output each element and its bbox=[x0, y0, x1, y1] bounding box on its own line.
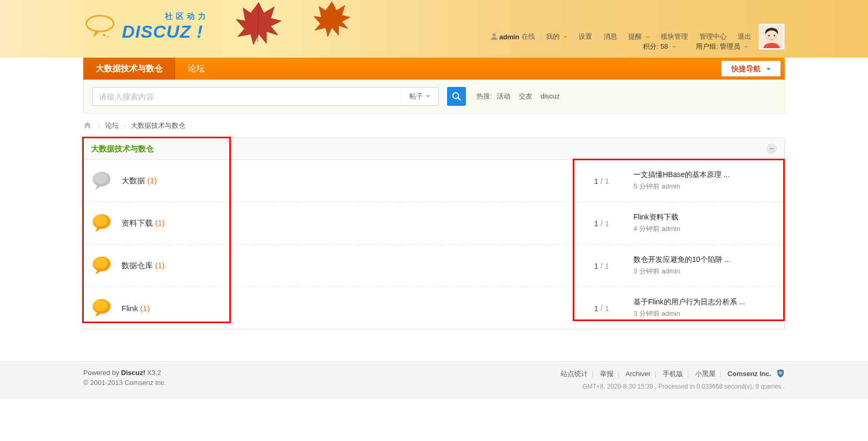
leaf-icon bbox=[308, 0, 355, 42]
svg-point-17 bbox=[93, 215, 108, 226]
site-logo[interactable]: 社区动力 DISCUZ ! bbox=[83, 12, 209, 42]
footer-stats-link[interactable]: 站点统计 bbox=[561, 370, 588, 378]
forum-last-post[interactable]: Flink资料下载 4 分钟前 admin bbox=[625, 213, 777, 234]
footer-mobile-link[interactable]: 手机版 bbox=[663, 370, 683, 378]
nav-tab-bigdata[interactable]: 大数据技术与数仓 bbox=[83, 58, 175, 80]
forum-icon bbox=[91, 213, 112, 234]
svg-point-3 bbox=[107, 36, 109, 37]
forum-row: 大数据 (1) 1 / 1 一文搞懂HBase的基本原理 ... 5 分钟前 a… bbox=[84, 160, 784, 202]
powered-by: Powered by Discuz! X3.2 bbox=[83, 369, 166, 377]
forum-stats: 1 / 1 bbox=[578, 304, 625, 313]
hot-search-link[interactable]: 交友 bbox=[519, 92, 532, 100]
nav-tab-forum[interactable]: 论坛 bbox=[175, 58, 217, 80]
svg-line-0 bbox=[258, 3, 259, 42]
forum-row: 数据仓库 (1) 1 / 1 数仓开发应避免的10个陷阱 ... 3 分钟前 a… bbox=[84, 245, 784, 287]
forum-icon bbox=[91, 255, 112, 276]
svg-point-4 bbox=[493, 33, 496, 36]
search-bar: 帖子 热搜: 活动 交友 discuz bbox=[83, 80, 785, 114]
user-icon bbox=[491, 32, 498, 41]
svg-point-8 bbox=[774, 35, 775, 37]
settings-link[interactable]: 设置 bbox=[578, 32, 592, 41]
svg-line-12 bbox=[458, 98, 460, 100]
alerts-link[interactable]: 提醒 bbox=[628, 32, 650, 41]
svg-point-1 bbox=[86, 16, 114, 31]
svg-point-2 bbox=[103, 34, 106, 36]
search-input[interactable] bbox=[92, 87, 401, 106]
user-link[interactable]: admin bbox=[499, 33, 519, 41]
minus-icon bbox=[769, 146, 774, 151]
forum-stats: 1 / 1 bbox=[578, 219, 625, 228]
footer-blackroom-link[interactable]: 小黑屋 bbox=[695, 370, 716, 378]
bubble-icon bbox=[83, 14, 117, 38]
category-title[interactable]: 大数据技术与数仓 bbox=[91, 144, 154, 154]
hot-search: 热搜: 活动 交友 discuz bbox=[476, 92, 563, 101]
mine-link[interactable]: 我的 bbox=[546, 32, 567, 41]
logout-link[interactable]: 退出 bbox=[738, 32, 751, 41]
search-button[interactable] bbox=[447, 87, 466, 106]
hot-search-link[interactable]: discuz bbox=[541, 92, 560, 100]
breadcrumb-link[interactable]: 论坛 bbox=[105, 122, 119, 129]
forum-last-post[interactable]: 一文搞懂HBase的基本原理 ... 5 分钟前 admin bbox=[625, 170, 777, 191]
hot-search-label: 热搜: bbox=[476, 92, 492, 100]
svg-point-9 bbox=[766, 37, 769, 38]
shield-icon[interactable] bbox=[776, 369, 785, 380]
forum-name[interactable]: 数据仓库 (1) bbox=[121, 261, 578, 271]
main-nav: 大数据技术与数仓 论坛 快捷导航 bbox=[83, 58, 785, 80]
footer-meta: GMT+8, 2020-8-30 15:39 , Processed in 0.… bbox=[560, 383, 785, 390]
svg-rect-13 bbox=[770, 148, 774, 149]
breadcrumb: › 论坛 › 大数据技术与数仓 bbox=[83, 114, 785, 138]
copyright: © 2001-2013 Comsenz Inc. bbox=[83, 379, 166, 387]
svg-point-15 bbox=[93, 172, 108, 184]
online-status: 在线 bbox=[521, 32, 535, 41]
svg-point-21 bbox=[93, 300, 108, 311]
forum-stats: 1 / 1 bbox=[578, 177, 625, 185]
forum-row: Flink (1) 1 / 1 基于Flink的用户行为日志分析系 ... 3 … bbox=[84, 287, 784, 329]
category-box: 大数据技术与数仓 大数据 (1) bbox=[83, 138, 785, 329]
collapse-button[interactable] bbox=[766, 144, 777, 154]
search-icon bbox=[452, 92, 461, 101]
breadcrumb-link[interactable]: 大数据技术与数仓 bbox=[131, 122, 185, 129]
forum-name[interactable]: Flink (1) bbox=[121, 304, 578, 313]
footer: Powered by Discuz! X3.2 © 2001-2013 Coms… bbox=[83, 369, 785, 390]
forum-row: 资料下载 (1) 1 / 1 Flink资料下载 4 分钟前 admin bbox=[84, 202, 784, 245]
quick-nav-button[interactable]: 快捷导航 bbox=[721, 61, 781, 76]
avatar[interactable] bbox=[759, 24, 785, 50]
forum-last-post[interactable]: 数仓开发应避免的10个陷阱 ... 3 分钟前 admin bbox=[625, 255, 777, 276]
module-mgmt-link[interactable]: 模块管理 bbox=[661, 32, 688, 41]
forum-name[interactable]: 大数据 (1) bbox=[121, 176, 578, 186]
points-link[interactable]: 积分: 58 bbox=[643, 42, 675, 50]
forum-name[interactable]: 资料下载 (1) bbox=[121, 218, 578, 228]
forum-icon bbox=[91, 170, 112, 191]
svg-point-19 bbox=[93, 257, 108, 269]
forum-stats: 1 / 1 bbox=[578, 261, 625, 270]
footer-comsenz-link[interactable]: Comsenz Inc. bbox=[728, 370, 772, 378]
user-sub-info: 积分: 58 | 用户组: 管理员 bbox=[643, 42, 748, 51]
logo-tagline: 社区动力 bbox=[165, 12, 209, 21]
forum-icon bbox=[91, 297, 112, 318]
avatar-icon bbox=[760, 25, 783, 48]
home-icon[interactable] bbox=[83, 122, 92, 130]
usergroup-link[interactable]: 用户组: 管理员 bbox=[696, 42, 748, 50]
footer-archiver-link[interactable]: Archiver bbox=[626, 370, 651, 378]
search-type-select[interactable]: 帖子 bbox=[401, 87, 439, 106]
svg-point-22 bbox=[779, 371, 782, 374]
logo-text: DISCUZ ! bbox=[122, 21, 209, 42]
footer-report-link[interactable]: 举报 bbox=[600, 370, 614, 378]
hot-search-link[interactable]: 活动 bbox=[497, 92, 510, 100]
admin-center-link[interactable]: 管理中心 bbox=[699, 32, 727, 41]
svg-point-7 bbox=[769, 35, 770, 37]
forum-last-post[interactable]: 基于Flink的用户行为日志分析系 ... 3 分钟前 admin bbox=[625, 297, 777, 318]
leaf-icon bbox=[230, 0, 287, 50]
messages-link[interactable]: 消息 bbox=[604, 32, 617, 41]
svg-point-10 bbox=[775, 37, 777, 38]
